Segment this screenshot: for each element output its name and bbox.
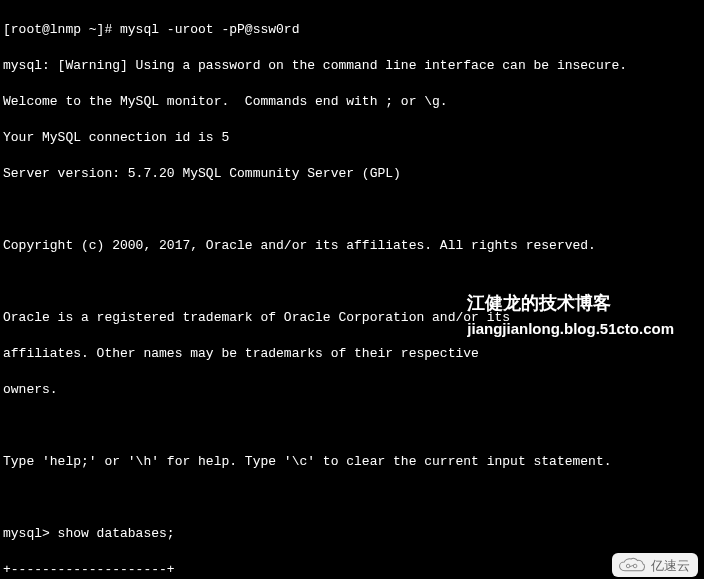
mysql-warning: mysql: [Warning] Using a password on the… <box>3 57 701 75</box>
blog-watermark: 江健龙的技术博客 jiangjianlong.blog.51cto.com <box>467 294 674 338</box>
terminal-window[interactable]: [root@lnmp ~]# mysql -uroot -pP@ssw0rd m… <box>0 0 704 579</box>
prompt-line: [root@lnmp ~]# mysql -uroot -pP@ssw0rd <box>3 21 701 39</box>
mysql-welcome: Welcome to the MySQL monitor. Commands e… <box>3 93 701 111</box>
cloud-icon <box>618 557 646 575</box>
watermark-url: jiangjianlong.blog.51cto.com <box>467 320 674 338</box>
provider-watermark: 亿速云 <box>612 553 698 577</box>
trademark-line: owners. <box>3 381 701 399</box>
table-border: +--------------------+ <box>3 561 701 579</box>
svg-point-1 <box>633 564 637 568</box>
copyright-line: Copyright (c) 2000, 2017, Oracle and/or … <box>3 237 701 255</box>
blank-line <box>3 417 701 435</box>
show-databases-command: mysql> show databases; <box>3 525 701 543</box>
blank-line <box>3 273 701 291</box>
blank-line <box>3 201 701 219</box>
blank-line <box>3 489 701 507</box>
watermark-title: 江健龙的技术博客 <box>467 294 674 312</box>
server-version: Server version: 5.7.20 MySQL Community S… <box>3 165 701 183</box>
provider-watermark-text: 亿速云 <box>651 557 690 575</box>
help-line: Type 'help;' or '\h' for help. Type '\c'… <box>3 453 701 471</box>
svg-point-0 <box>626 564 630 568</box>
trademark-line: affiliates. Other names may be trademark… <box>3 345 701 363</box>
connection-id: Your MySQL connection id is 5 <box>3 129 701 147</box>
